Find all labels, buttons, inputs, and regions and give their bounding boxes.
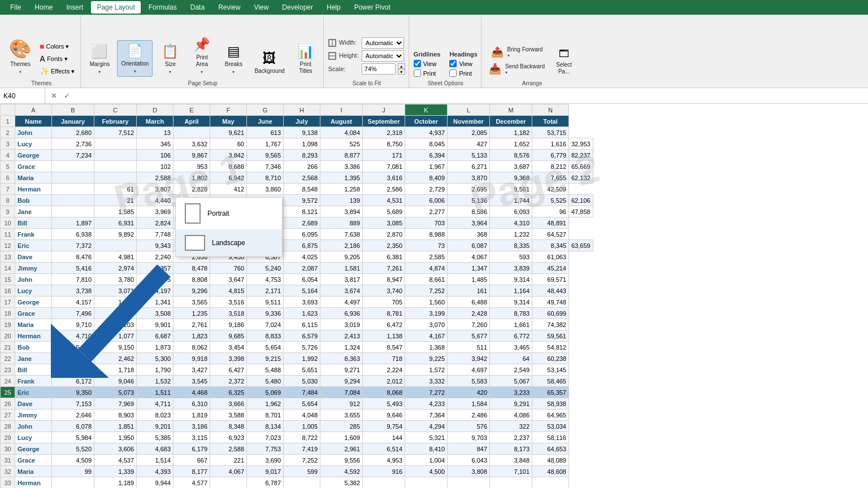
row-number[interactable]: 29 <box>1 432 15 443</box>
cell-value[interactable]: 4,157 <box>52 297 94 308</box>
cell-value[interactable]: 718 <box>363 353 405 364</box>
cell-value[interactable]: 2,828 <box>173 184 210 195</box>
menu-home[interactable]: Home <box>29 1 58 14</box>
cell-value[interactable]: 1,572 <box>405 364 448 376</box>
cell-value[interactable]: 4,509 <box>52 455 94 466</box>
cell-value[interactable]: 7,261 <box>363 263 405 274</box>
cell-value[interactable]: 7,084 <box>320 387 363 398</box>
menu-data[interactable]: Data <box>185 1 210 14</box>
cell-value[interactable]: 5,240 <box>247 263 284 274</box>
cell-value[interactable]: 322 <box>490 421 532 432</box>
cell-value[interactable]: 9,561 <box>490 184 532 195</box>
cell-value[interactable]: 6,271 <box>448 161 490 172</box>
col-header-N[interactable]: N <box>532 104 569 116</box>
cell-value[interactable]: 59,561 <box>532 330 569 342</box>
cell-name[interactable]: Grace <box>15 308 52 319</box>
send-backward-button[interactable]: 📥 Send Backward ▾ <box>486 61 548 77</box>
cell-value[interactable]: 221 <box>210 455 247 466</box>
cell-value[interactable]: 3,588 <box>210 409 247 421</box>
cell-value[interactable]: 9,511 <box>247 297 284 308</box>
menu-review[interactable]: Review <box>212 1 246 14</box>
cell-value[interactable]: 8,335 <box>490 240 532 251</box>
cell-value[interactable]: 64,653 <box>532 443 569 455</box>
row-number[interactable]: 28 <box>1 421 15 432</box>
gridlines-view-check[interactable] <box>414 60 421 67</box>
cell-value[interactable]: 8,903 <box>94 409 137 421</box>
cell-value[interactable]: 82,237 <box>569 150 593 161</box>
cell-value[interactable]: 9,343 <box>137 240 173 251</box>
cell-value[interactable]: 6,942 <box>210 172 247 184</box>
cell-value[interactable]: 4,981 <box>94 251 137 263</box>
cell-value[interactable]: 3,199 <box>405 308 448 319</box>
cell-value[interactable]: 847 <box>448 443 490 455</box>
cell-value[interactable]: 7,496 <box>52 308 94 319</box>
cell-value[interactable]: 6,087 <box>448 240 490 251</box>
cell-value[interactable]: 4,197 <box>137 285 173 297</box>
menu-view[interactable]: View <box>249 1 275 14</box>
cell-value[interactable]: 60 <box>210 138 247 150</box>
cell-value[interactable]: 5,416 <box>52 263 94 274</box>
cell-value[interactable]: 3,616 <box>363 172 405 184</box>
cell-value[interactable]: 1,718 <box>94 364 137 376</box>
cell-value[interactable]: 2,729 <box>405 184 448 195</box>
cell-value[interactable] <box>52 184 94 195</box>
cell-value[interactable]: 2,087 <box>284 263 320 274</box>
cell-value[interactable] <box>94 161 137 172</box>
cell-value[interactable]: 6,938 <box>52 229 94 240</box>
fonts-button[interactable]: A Fonts ▾ <box>37 53 77 64</box>
row-number[interactable]: 10 <box>1 217 15 229</box>
cell-value[interactable] <box>210 477 247 489</box>
cell-value[interactable]: 6,779 <box>532 150 569 161</box>
cell-value[interactable]: 8,947 <box>363 274 405 285</box>
cell-value[interactable]: 3,085 <box>363 217 405 229</box>
cell-value[interactable]: 9,186 <box>210 319 247 330</box>
col-header-E[interactable]: E <box>173 104 210 116</box>
cell-value[interactable]: 8,586 <box>448 206 490 217</box>
cell-value[interactable]: 3,071 <box>94 285 137 297</box>
cell-value[interactable]: 4,753 <box>247 274 284 285</box>
cell-value[interactable]: 3,856 <box>94 308 137 319</box>
cell-value[interactable]: 1,819 <box>173 409 210 421</box>
cell-value[interactable]: 2,761 <box>173 319 210 330</box>
cell-name[interactable]: Maria <box>15 466 52 477</box>
cell-value[interactable]: 2,462 <box>94 353 137 364</box>
cell-value[interactable]: 3,807 <box>137 184 173 195</box>
cell-value[interactable]: 5,067 <box>490 376 532 387</box>
cell-value[interactable]: 2,585 <box>405 251 448 263</box>
cell-value[interactable]: 53,034 <box>532 421 569 432</box>
cell-name[interactable]: Frank <box>15 376 52 387</box>
cell-value[interactable]: 9,271 <box>320 364 363 376</box>
cell-value[interactable]: 74,382 <box>532 319 569 330</box>
cell-value[interactable]: 5,520 <box>52 443 94 455</box>
size-button[interactable]: 📋 Size ▾ <box>156 41 184 77</box>
cell-value[interactable]: 7,753 <box>247 443 284 455</box>
cell-value[interactable]: 7,969 <box>94 398 137 409</box>
cell-value[interactable]: 593 <box>490 251 532 263</box>
cell-value[interactable]: 9,314 <box>490 274 532 285</box>
cell-value[interactable]: 47,858 <box>569 206 593 217</box>
cell-value[interactable]: 53,715 <box>532 127 569 138</box>
cell-value[interactable]: 4,440 <box>137 195 173 206</box>
header-september[interactable]: September <box>363 116 405 127</box>
row-number[interactable]: 33 <box>1 477 15 489</box>
cell-value[interactable]: 64 <box>490 353 532 364</box>
cell-value[interactable]: 8,023 <box>137 409 173 421</box>
cell-value[interactable]: 760 <box>210 263 247 274</box>
col-header-F[interactable]: F <box>210 104 247 116</box>
cell-value[interactable]: 2,413 <box>320 330 363 342</box>
cell-value[interactable]: 6,427 <box>210 364 247 376</box>
cell-value[interactable]: 4,577 <box>173 477 210 489</box>
cell-value[interactable]: 2,689 <box>284 217 320 229</box>
menu-insert[interactable]: Insert <box>60 1 89 14</box>
cell-value[interactable]: 9,336 <box>247 308 284 319</box>
cell-value[interactable]: 2,568 <box>284 172 320 184</box>
cell-value[interactable]: 9,215 <box>247 353 284 364</box>
cell-value[interactable]: 6,931 <box>94 217 137 229</box>
cell-value[interactable]: 4,497 <box>320 297 363 308</box>
cell-value[interactable]: 9,225 <box>405 353 448 364</box>
cell-value[interactable]: 7,081 <box>363 161 405 172</box>
cell-value[interactable]: 6,687 <box>137 330 173 342</box>
cell-value[interactable]: 2,824 <box>137 217 173 229</box>
cell-value[interactable]: 8,781 <box>363 308 405 319</box>
bring-forward-button[interactable]: 📤 Bring Forward ▾ <box>486 44 548 60</box>
